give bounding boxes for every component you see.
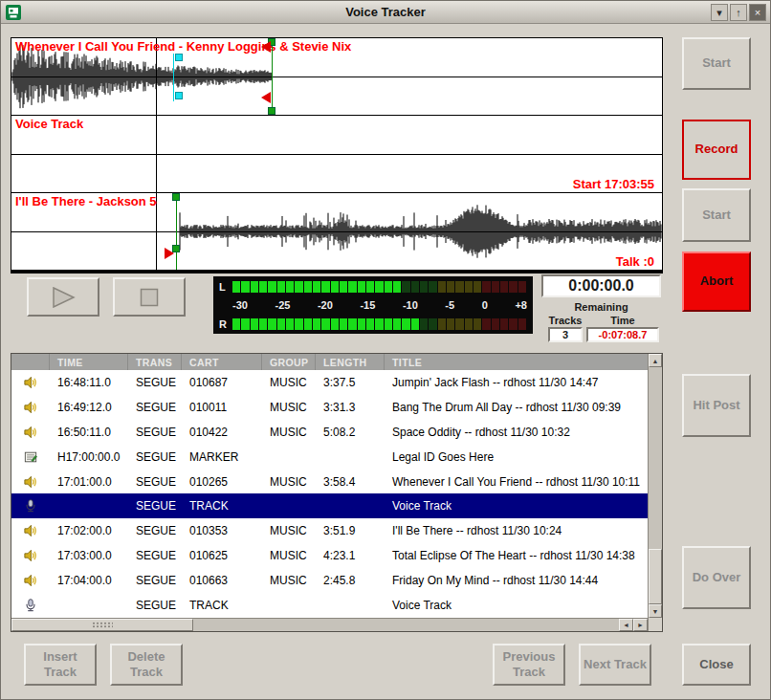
start-button-2[interactable]: Start <box>682 188 751 242</box>
meter-segment <box>259 318 267 330</box>
titlebar[interactable]: Voice Tracker ▾ ↑ × <box>1 1 770 24</box>
end-marker-icon[interactable] <box>261 41 271 53</box>
cell-title: Jumpin' Jack Flash -- rdhost 11/30 14:47 <box>385 376 648 389</box>
vertical-scrollbar[interactable]: ▲ ▼ <box>648 354 662 631</box>
close-button[interactable]: Close <box>682 644 751 686</box>
scroll-down-icon[interactable]: ▼ <box>649 604 662 618</box>
speaker-icon <box>11 401 50 414</box>
play-button[interactable] <box>27 277 99 317</box>
meter-segment <box>366 281 374 293</box>
meter-scale-label: -10 <box>403 299 418 311</box>
record-button[interactable]: Record <box>682 120 751 180</box>
meter-segment <box>411 281 419 293</box>
meter-segment <box>402 318 409 330</box>
abort-button[interactable]: Abort <box>682 252 751 312</box>
fade-marker-handle[interactable] <box>175 54 183 61</box>
column-header-title[interactable]: TITLE <box>385 354 648 370</box>
close-icon[interactable]: × <box>749 4 766 21</box>
table-row[interactable]: 16:50:11.0SEGUE010422MUSIC5:08.2Space Od… <box>11 420 648 445</box>
meter-segment <box>286 281 294 293</box>
vertical-scroll-thumb[interactable] <box>649 549 662 604</box>
track-title: I'll Be There - Jackson 5 <box>15 194 157 208</box>
fade-marker-line[interactable] <box>173 54 174 101</box>
cell-trans: SEGUE <box>128 499 182 513</box>
meter-segment <box>500 281 508 293</box>
end-marker-icon[interactable] <box>261 92 271 103</box>
column-header-length[interactable]: LENGTH <box>316 354 385 370</box>
table-row[interactable]: SEGUETRACKVoice Track <box>11 593 648 618</box>
talk-marker-icon[interactable] <box>165 248 174 259</box>
start-marker-handle[interactable] <box>172 193 180 201</box>
track-panel-3[interactable]: I'll Be There - Jackson 5 Talk :0 <box>11 193 662 271</box>
maximize-icon[interactable]: ↑ <box>730 4 747 21</box>
horizontal-scroll-track[interactable] <box>11 619 619 631</box>
table-row[interactable]: 17:01:00.0SEGUE010265MUSIC3:58.4Whenever… <box>11 470 648 494</box>
table-row[interactable]: SEGUETRACKVoice Track <box>11 493 648 518</box>
cell-group: MUSIC <box>262 426 316 439</box>
horizontal-scroll-thumb[interactable] <box>11 619 193 631</box>
scroll-right-icon[interactable]: ► <box>633 619 648 631</box>
meter-scale: -30-25-20-15-10-50+8 <box>219 298 527 312</box>
next-track-button[interactable]: Next Track <box>579 644 651 686</box>
track-panel-2[interactable]: Voice Track Start 17:03:55 <box>11 116 662 193</box>
table-row[interactable]: 17:02:00.0SEGUE010353MUSIC3:51.9I'll Be … <box>11 518 648 543</box>
column-header-icon[interactable] <box>11 354 50 370</box>
start-marker-line[interactable] <box>176 193 177 271</box>
start-button-1[interactable]: Start <box>682 37 751 90</box>
column-header-trans[interactable]: TRANS <box>128 354 182 370</box>
hit-post-button[interactable]: Hit Post <box>682 374 751 437</box>
segue-marker-line[interactable] <box>272 38 273 116</box>
fade-marker-handle[interactable] <box>175 92 183 99</box>
table-row[interactable]: 16:48:11.0SEGUE010687MUSIC3:37.5Jumpin' … <box>11 370 648 395</box>
table-row[interactable]: H17:00:00.0SEGUEMARKERLegal ID Goes Here <box>11 445 648 470</box>
shade-icon[interactable]: ▾ <box>711 4 728 21</box>
meter-segment <box>447 318 454 330</box>
column-header-time[interactable]: TIME <box>50 354 128 370</box>
insert-track-button[interactable]: Insert Track <box>24 644 97 686</box>
column-header-cart[interactable]: CART <box>182 354 262 370</box>
log-table-header[interactable]: TIMETRANSCARTGROUPLENGTHTITLE <box>11 354 648 370</box>
stop-button[interactable] <box>113 277 186 317</box>
stop-icon <box>140 288 159 307</box>
track-title: Voice Track <box>15 117 83 131</box>
table-row[interactable]: 17:04:00.0SEGUE010663MUSIC2:45.8Friday O… <box>11 568 648 593</box>
previous-track-button[interactable]: Previous Track <box>493 644 565 686</box>
track-panel-1[interactable]: Whenever I Call You Friend - Kenny Loggi… <box>11 38 662 116</box>
cell-trans: SEGUE <box>128 475 182 489</box>
table-row[interactable]: 16:49:12.0SEGUE010011MUSIC3:31.3Bang The… <box>11 395 648 420</box>
speaker-icon <box>11 376 50 389</box>
meter-segment <box>482 281 490 293</box>
scroll-up-icon[interactable]: ▲ <box>649 354 662 367</box>
meter-segment <box>447 281 454 293</box>
meter-segment <box>393 318 401 330</box>
meter-segment <box>375 281 383 293</box>
meter-segment <box>286 318 294 330</box>
playback-cursor <box>156 38 157 273</box>
meter-segment <box>295 318 302 330</box>
meter-segment <box>340 281 347 293</box>
meter-scale-label: +8 <box>515 299 527 311</box>
audio-meter: L -30-25-20-15-10-50+8 R <box>213 276 533 334</box>
meter-segment <box>429 281 436 293</box>
do-over-button[interactable]: Do Over <box>682 546 751 609</box>
column-header-group[interactable]: GROUP <box>262 354 316 370</box>
remaining-time-label: Time <box>586 315 659 326</box>
meter-segment <box>277 281 285 293</box>
cell-group: MUSIC <box>262 475 316 489</box>
delete-track-button[interactable]: Delete Track <box>110 644 183 686</box>
thumb-grip <box>92 622 113 628</box>
meter-segment <box>509 281 517 293</box>
meter-segment <box>385 318 392 330</box>
track-start-time: Start 17:03:55 <box>573 177 654 191</box>
scroll-left-icon[interactable]: ◄ <box>619 619 633 631</box>
meter-segment <box>232 318 240 330</box>
segue-marker-handle[interactable] <box>268 107 275 115</box>
remaining-tracks-value: 3 <box>548 327 583 342</box>
meter-segment <box>492 281 499 293</box>
meter-segment <box>277 318 285 330</box>
meter-segment <box>402 281 409 293</box>
vertical-scroll-track[interactable] <box>649 367 662 604</box>
meter-bar-left <box>232 281 527 293</box>
table-row[interactable]: 17:03:00.0SEGUE010625MUSIC4:23.1Total Ec… <box>11 543 648 568</box>
horizontal-scrollbar[interactable]: ◄ ► <box>11 618 648 631</box>
